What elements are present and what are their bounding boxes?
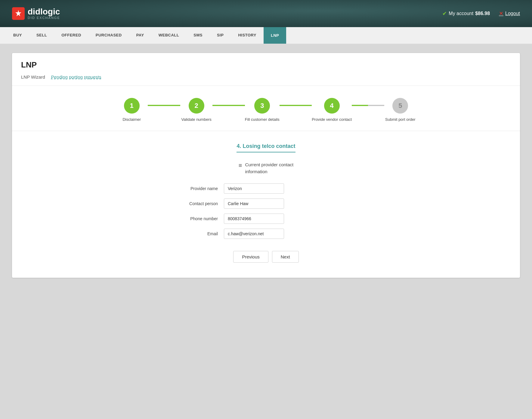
section-title-wrapper: 4. Losing telco contact: [21, 143, 511, 152]
step-5: 5 Submit port order: [384, 98, 416, 122]
steps-section: 1 Disclaimer 2 Validate numbers 3: [12, 86, 520, 131]
step-4: 4 Provide vendor contact: [312, 98, 352, 122]
account-label: My account: [449, 11, 473, 16]
phone-number-input[interactable]: [224, 214, 284, 224]
email-label: Email: [176, 231, 224, 236]
info-block: ≡ Current provider contact information: [21, 161, 511, 175]
nav-history[interactable]: HISTORY: [231, 27, 264, 44]
nav-offered[interactable]: OFFERED: [54, 27, 88, 44]
nav-sell[interactable]: SELL: [29, 27, 54, 44]
step-4-label: Provide vendor contact: [312, 117, 352, 122]
nav-sip[interactable]: SIP: [210, 27, 231, 44]
phone-number-label: Phone number: [176, 216, 224, 221]
header-right: ✔ My account $86.98 ✕ Logout: [442, 10, 520, 17]
card-header: LNP LNP Wizard Pending porting requests: [12, 53, 520, 86]
button-row: Previous Next: [21, 251, 511, 263]
steps-track: 1 Disclaimer 2 Validate numbers 3: [116, 98, 416, 122]
step-2-circle: 2: [189, 98, 204, 114]
step-5-circle: 5: [392, 98, 408, 114]
contact-person-input[interactable]: [224, 199, 284, 209]
main-card: LNP LNP Wizard Pending porting requests …: [12, 53, 520, 278]
account-balance: $86.98: [475, 11, 490, 16]
breadcrumb-inactive: LNP Wizard: [21, 74, 45, 80]
logout-label: Logout: [505, 11, 520, 16]
svg-marker-0: [15, 10, 21, 16]
step-line-3: [280, 105, 312, 106]
previous-button[interactable]: Previous: [233, 251, 268, 263]
form-row-phone: Phone number: [176, 214, 356, 224]
page-title: LNP: [21, 60, 511, 70]
step-3-label: Fill customer details: [245, 117, 280, 122]
email-input[interactable]: [224, 229, 284, 239]
header: didlogic DID EXCHANGE ✔ My account $86.9…: [0, 0, 532, 27]
nav-sms[interactable]: SMS: [186, 27, 210, 44]
step-4-circle: 4: [324, 98, 340, 114]
logo-icon: [12, 7, 25, 20]
nav-webcall[interactable]: WEBCALL: [151, 27, 187, 44]
info-text: Current provider contact information: [245, 161, 293, 175]
contact-person-label: Contact person: [176, 201, 224, 206]
nav-purchased[interactable]: PURCHASED: [88, 27, 129, 44]
breadcrumb-active[interactable]: Pending porting requests: [51, 74, 101, 80]
form-fields: Provider name Contact person Phone numbe…: [176, 183, 356, 239]
logo-name: didlogic: [28, 8, 60, 16]
check-icon: ✔: [442, 10, 447, 17]
x-icon: ✕: [499, 10, 503, 17]
step-1-circle: 1: [124, 98, 140, 114]
provider-name-label: Provider name: [176, 186, 224, 191]
provider-name-input[interactable]: [224, 183, 284, 194]
logo-text: didlogic DID EXCHANGE: [28, 8, 60, 20]
breadcrumb: LNP Wizard Pending porting requests: [21, 74, 511, 80]
logo: didlogic DID EXCHANGE: [12, 7, 60, 20]
step-3: 3 Fill customer details: [245, 98, 280, 122]
page-content: LNP LNP Wizard Pending porting requests …: [0, 44, 532, 287]
step-5-label: Submit port order: [385, 117, 415, 122]
step-3-circle: 3: [254, 98, 270, 114]
step-1-label: Disclaimer: [122, 117, 141, 122]
step-2-label: Validate numbers: [181, 117, 212, 122]
form-row-provider: Provider name: [176, 183, 356, 194]
step-line-2: [212, 105, 245, 106]
nav-lnp[interactable]: LNP: [264, 27, 286, 44]
nav-pay[interactable]: PAY: [129, 27, 151, 44]
nav-bar: BUY SELL OFFERED PURCHASED PAY WEBCALL S…: [0, 27, 532, 44]
form-section: 4. Losing telco contact ≡ Current provid…: [12, 131, 520, 278]
step-line-4: [352, 105, 384, 106]
my-account[interactable]: ✔ My account $86.98: [442, 10, 490, 17]
form-row-email: Email: [176, 229, 356, 239]
section-title: 4. Losing telco contact: [237, 143, 295, 152]
step-1: 1 Disclaimer: [116, 98, 148, 122]
logout-button[interactable]: ✕ Logout: [499, 10, 520, 17]
step-2: 2 Validate numbers: [180, 98, 212, 122]
next-button[interactable]: Next: [272, 251, 299, 263]
logo-sub: DID EXCHANGE: [28, 16, 60, 20]
list-icon: ≡: [239, 162, 242, 169]
form-row-contact: Contact person: [176, 199, 356, 209]
step-line-1: [148, 105, 180, 106]
nav-buy[interactable]: BUY: [6, 27, 29, 44]
